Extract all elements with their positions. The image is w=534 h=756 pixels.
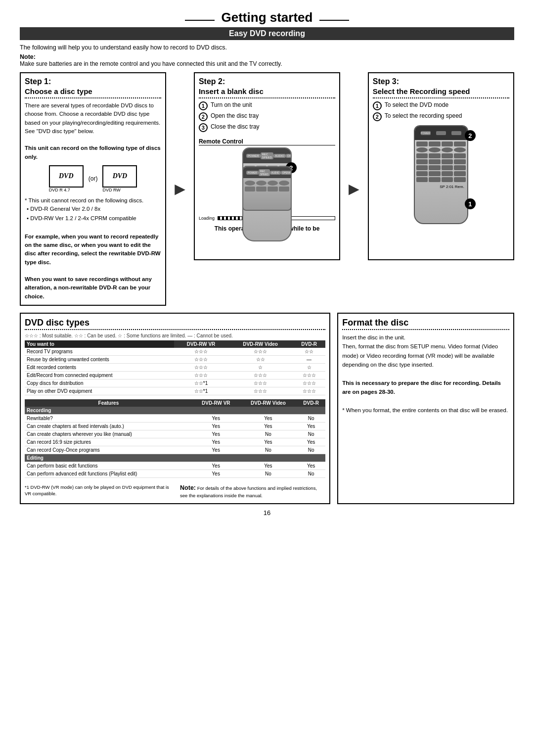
subtitle-bar: Easy DVD recording: [20, 27, 514, 40]
step2-num3: 3: [199, 123, 208, 132]
step3-title: Step 3:: [373, 77, 509, 86]
rec-row3-col2: No: [240, 430, 297, 438]
dvd-rw-logo: DVD DVD RW: [102, 165, 137, 192]
row1-col3: ☆☆: [293, 348, 325, 356]
footnote23: Note: For details of the above functions…: [180, 484, 325, 499]
rec-row4-col3: Yes: [297, 438, 325, 446]
dvd-logos: DVD DVD R 4.7 (or) DVD DVD RW: [25, 165, 161, 192]
subtitle-text: Easy DVD recording: [229, 29, 305, 38]
format-asterisk: * When you format, the entire contents o…: [342, 406, 509, 415]
unit-top-section: POWER REC SPEED AUDIO OPEN/CLOSE: [243, 167, 291, 178]
rec-row5-col3: No: [297, 446, 325, 454]
table-row: Edit recorded contents ☆☆☆ ☆ ☆: [25, 363, 325, 371]
edit-row2-col0: Can perform advanced edit functions (Pla…: [25, 470, 192, 477]
step1-subtitle: Choose a disc type: [25, 87, 161, 95]
unit-round-btn-3: [267, 181, 278, 186]
disc-types-box: DVD disc types ☆☆☆ : Most suitable. ☆☆ :…: [20, 313, 330, 504]
table-row: Play on other DVD equipment ☆☆*1 ☆☆☆ ☆☆☆: [25, 387, 325, 395]
step1-bold3: When you want to save recordings without…: [25, 275, 161, 301]
steps-row: Step 1: Choose a disc type There are sev…: [20, 72, 514, 306]
unit-round-btn-4: [279, 181, 289, 186]
intro-text: The following will help you to understan…: [20, 44, 514, 51]
page-title: Getting started: [222, 10, 313, 25]
unit-rec-btn: REC SPEED: [259, 169, 270, 176]
step1-bold1: This unit can record on the following ty…: [25, 144, 161, 161]
rc3-cell-12: [454, 153, 466, 158]
loading-label: Loading: [199, 216, 215, 221]
remote-rec-btn: REC SPEED: [261, 152, 273, 159]
rc3-cell-6: [429, 147, 441, 152]
rec-row1-col1: Yes: [192, 414, 240, 422]
rec-row3-col3: No: [297, 430, 325, 438]
rc3-cell-19: [442, 165, 453, 170]
table-row: Can perform basic edit functions Yes Yes…: [25, 462, 325, 470]
page-title-container: Getting started: [20, 10, 514, 25]
edit-row1-col2: Yes: [240, 462, 297, 470]
feat-th-3: DVD-R: [297, 399, 325, 407]
table-row: Copy discs for distribution ☆☆*1 ☆☆☆ ☆☆☆: [25, 379, 325, 387]
step2-item1: 1 Turn on the unit: [199, 101, 335, 110]
row2-col0: Reuse by deleting unwanted contents: [25, 355, 174, 363]
step2-subtitle: Insert a blank disc: [199, 87, 335, 95]
row5-col1: ☆☆*1: [174, 379, 228, 387]
rc3-cell-5: [416, 147, 428, 152]
bullet1: DVD-R General Ver 2.0 / 8x: [27, 205, 161, 213]
th-dvdrw-vr: DVD-RW VR: [174, 340, 228, 348]
format-body1: Insert the disc in the unit.: [342, 333, 509, 342]
rc3-cell-1: [416, 142, 428, 146]
step1-bold2: For example, when you want to record rep…: [25, 233, 161, 267]
th-dvdrw-video: DVD-RW Video: [228, 340, 293, 348]
row5-col2: ☆☆☆: [228, 379, 293, 387]
rc3-cell-24: [454, 171, 466, 176]
rec-row1-col3: No: [297, 414, 325, 422]
rec-row3-col1: Yes: [192, 430, 240, 438]
features-section-header-editing: Editing: [25, 454, 325, 462]
step2-title: Step 2:: [199, 77, 335, 86]
row6-col1: ☆☆*1: [174, 387, 228, 395]
edit-row2-col1: Yes: [192, 470, 240, 477]
edit-row1-col1: Yes: [192, 462, 240, 470]
disc-types-table1: You want to DVD-RW VR DVD-RW Video DVD-R…: [25, 340, 325, 395]
step3-remote-top: POWER: [415, 126, 467, 140]
rc3-cell-26: [429, 177, 441, 182]
table-row: Can create chapters wherever you like (m…: [25, 430, 325, 438]
footnote2-label: Note:: [180, 484, 196, 491]
bottom-row: DVD disc types ☆☆☆ : Most suitable. ☆☆ :…: [20, 313, 514, 504]
footnotes-row: *1 DVD-RW (VR mode) can only be played o…: [25, 481, 325, 499]
rc3-badge-1: 1: [465, 198, 476, 209]
step3-btn-rec: [436, 131, 446, 135]
rc3-cell-11: [442, 153, 453, 158]
row4-col2: ☆☆☆: [228, 371, 293, 379]
table-row: Can create chapters at fixed intervals (…: [25, 422, 325, 430]
table-row: Edit/Record from connected equipment ☆☆☆…: [25, 371, 325, 379]
rc3-cell-22: [429, 171, 441, 176]
rc3-cell-10: [429, 153, 441, 158]
row2-col3: —: [293, 355, 325, 363]
row1-col0: Record TV programs: [25, 348, 174, 356]
row6-col3: ☆☆☆: [293, 387, 325, 395]
row2-col2: ☆☆: [228, 355, 293, 363]
rc3-cell-28: [454, 177, 466, 182]
rec-row1-col2: Yes: [240, 414, 297, 422]
table-row: Record TV programs ☆☆☆ ☆☆☆ ☆☆: [25, 348, 325, 356]
step3-remote-container: POWER: [409, 125, 473, 224]
row5-col0: Copy discs for distribution: [25, 379, 174, 387]
feat-th-2: DVD-RW Video: [240, 399, 297, 407]
arrow-2: ►: [345, 179, 363, 199]
page-number: 16: [20, 509, 514, 517]
unit-grid-btn-3: [267, 187, 278, 191]
row2-col1: ☆☆☆: [174, 355, 228, 363]
edit-row1-col3: Yes: [297, 462, 325, 470]
bullet2: DVD-RW Ver 1.2 / 2-4x CPRM compatible: [27, 214, 161, 223]
row4-col0: Edit/Record from connected equipment: [25, 371, 174, 379]
rec-row2-col1: Yes: [192, 422, 240, 430]
unit-body: POWER REC SPEED AUDIO OPEN/CLOSE: [242, 166, 292, 211]
unit-round-btn-2: [256, 181, 267, 186]
rc3-cell-15: [442, 159, 453, 164]
rc3-cell-7: [442, 147, 453, 152]
rc3-cell-8: [454, 147, 466, 152]
row3-col1: ☆☆☆: [174, 363, 228, 371]
rc3-cell-27: [442, 177, 453, 182]
remote-top-section: POWER REC SPEED AUDIO OPEN/CLOSE: [243, 148, 291, 163]
th-want-to: You want to: [25, 340, 174, 348]
